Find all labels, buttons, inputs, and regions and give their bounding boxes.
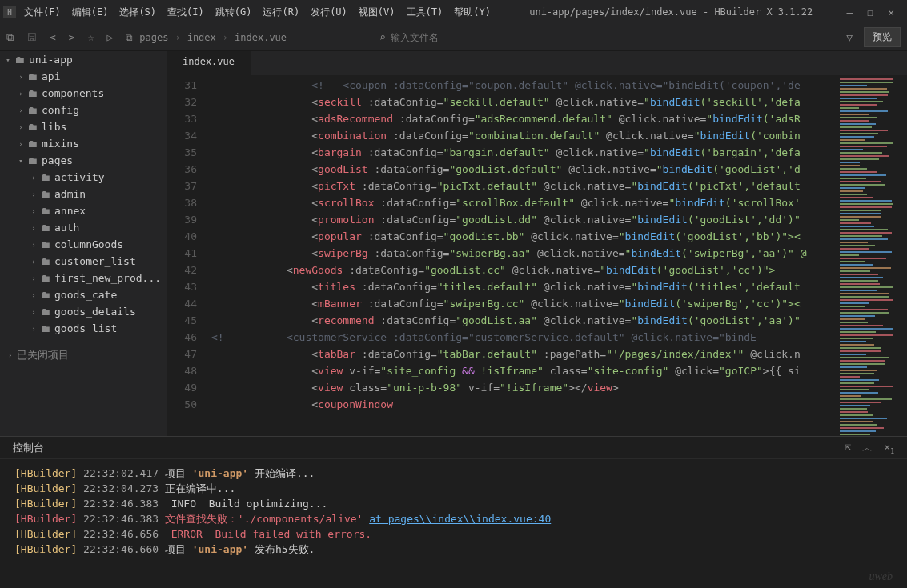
console-close-icon[interactable]: ✕1 — [884, 441, 894, 455]
tree-folder-first_new_prod...[interactable]: ›first_new_prod... — [0, 270, 167, 286]
tree-folder-annex[interactable]: ›annex — [0, 202, 167, 219]
menu-item[interactable]: 运行(R) — [258, 2, 304, 22]
tree-folder-admin[interactable]: ›admin — [0, 186, 167, 202]
console-collapse-icon[interactable]: ︿ — [862, 441, 873, 455]
window-minimize-icon[interactable]: — — [847, 6, 853, 18]
tree-folder-goods_list[interactable]: ›goods_list — [0, 320, 167, 337]
menu-item[interactable]: 文件(F) — [19, 2, 66, 22]
nav-forward-icon[interactable]: > — [69, 31, 75, 43]
menu-item[interactable]: 选择(S) — [114, 2, 161, 22]
tree-folder-pages[interactable]: ▾pages — [0, 152, 167, 169]
console-output[interactable]: [HBuilder] 22:32:02.417 项目 'uni-app' 开始编… — [0, 459, 907, 588]
code-editor[interactable]: <!-- <coupon :dataConfig="coupon.default… — [205, 75, 837, 436]
closed-projects[interactable]: › 已关闭项目 — [0, 343, 167, 367]
breadcrumb-item[interactable]: index — [187, 32, 216, 43]
window-title: uni-app/pages/index/index.vue - HBuilder… — [496, 6, 847, 18]
menu-item[interactable]: 帮助(Y) — [449, 2, 496, 22]
tree-root[interactable]: ▾uni-app — [0, 51, 167, 68]
menu-item[interactable]: 视图(V) — [354, 2, 400, 22]
menu-item[interactable]: 编辑(E) — [67, 2, 114, 22]
titlebar: H 文件(F)编辑(E)选择(S)查找(I)跳转(G)运行(R)发行(U)视图(… — [0, 0, 907, 24]
tree-folder-components[interactable]: ›components — [0, 85, 167, 102]
search-icon[interactable]: ⌕ — [379, 31, 386, 43]
run-icon[interactable]: ▷ — [106, 31, 113, 43]
file-explorer[interactable]: ▾uni-app›api›components›config›libs›mixi… — [0, 51, 167, 436]
tree-folder-activity[interactable]: ›activity — [0, 169, 167, 186]
preview-button[interactable]: 预览 — [864, 27, 901, 47]
save-icon[interactable]: 🖫 — [26, 31, 37, 43]
filter-icon[interactable]: ▽ — [846, 31, 853, 43]
menu-item[interactable]: 发行(U) — [306, 2, 352, 22]
tree-folder-api[interactable]: ›api — [0, 68, 167, 85]
breadcrumb[interactable]: ⧉ pages › index › index.vue — [126, 32, 287, 43]
nav-back-icon[interactable]: < — [50, 31, 56, 43]
file-search-input[interactable] — [391, 32, 471, 43]
tree-folder-goods_details[interactable]: ›goods_details — [0, 303, 167, 320]
star-icon[interactable]: ☆ — [88, 31, 94, 43]
tree-folder-auth[interactable]: ›auth — [0, 219, 167, 236]
console-title: 控制台 — [13, 441, 44, 455]
breadcrumb-item[interactable]: index.vue — [235, 32, 287, 43]
console-export-icon[interactable]: ⇱ — [845, 441, 852, 455]
line-gutter: 3132333435363738394041424344454647484950 — [167, 75, 205, 436]
breadcrumb-item[interactable]: pages — [139, 32, 168, 43]
menu-item[interactable]: 查找(I) — [163, 2, 209, 22]
tree-folder-customer_list[interactable]: ›customer_list — [0, 253, 167, 270]
console-panel: 控制台 ⇱ ︿ ✕1 [HBuilder] 22:32:02.417 项目 'u… — [0, 436, 907, 588]
menu-item[interactable]: 跳转(G) — [211, 2, 257, 22]
window-maximize-icon[interactable]: ☐ — [867, 6, 873, 18]
new-panel-icon[interactable]: ⧉ — [6, 31, 14, 44]
tree-folder-mixins[interactable]: ›mixins — [0, 135, 167, 152]
tree-folder-columnGoods[interactable]: ›columnGoods — [0, 236, 167, 253]
menu-item[interactable]: 工具(T) — [402, 2, 448, 22]
minimap[interactable] — [837, 75, 907, 436]
window-close-icon[interactable]: ✕ — [888, 6, 894, 18]
breadcrumb-root-icon: ⧉ — [126, 32, 133, 43]
tree-folder-goods_cate[interactable]: ›goods_cate — [0, 286, 167, 303]
main-menu: 文件(F)编辑(E)选择(S)查找(I)跳转(G)运行(R)发行(U)视图(V)… — [19, 2, 496, 22]
tree-folder-config[interactable]: ›config — [0, 102, 167, 118]
watermark: uweb — [869, 570, 893, 583]
editor-tabs: index.vue — [167, 51, 907, 75]
tab-active[interactable]: index.vue — [167, 51, 251, 75]
app-logo: H — [3, 6, 16, 18]
tree-folder-libs[interactable]: ›libs — [0, 118, 167, 135]
toolbar: ⧉ 🖫 < > ☆ ▷ ⧉ pages › index › index.vue … — [0, 24, 907, 51]
